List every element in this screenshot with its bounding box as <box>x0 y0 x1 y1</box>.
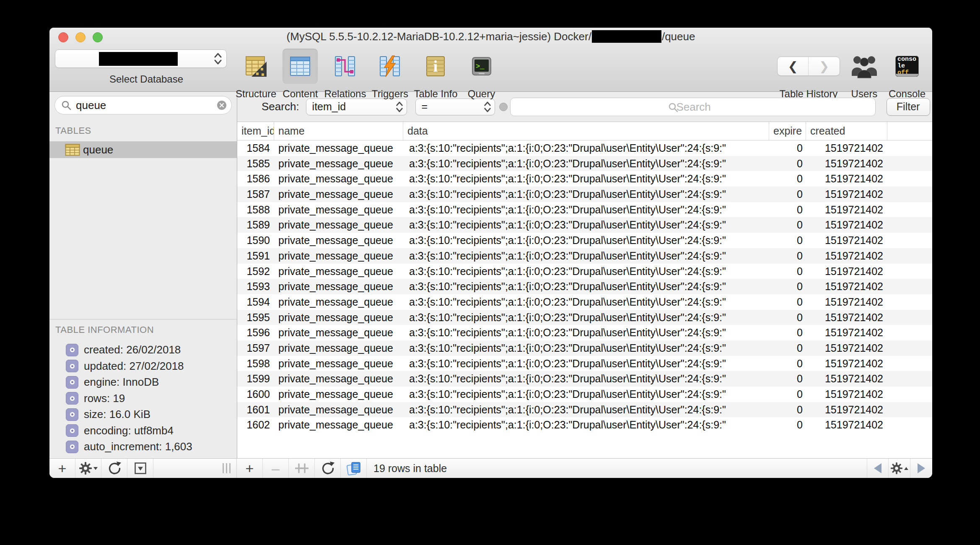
add-table-button[interactable]: + <box>49 459 75 478</box>
table-row[interactable]: 1585private_message_queuea:3:{s:10:"reci… <box>237 156 932 171</box>
zoom-window-button[interactable] <box>93 32 103 42</box>
filter-button[interactable]: Filter <box>887 98 930 116</box>
cell-data[interactable]: a:3:{s:10:"recipients";a:1:{i:0;O:23:"Dr… <box>403 279 769 294</box>
table-row[interactable]: 1596private_message_queuea:3:{s:10:"reci… <box>237 325 932 340</box>
filter-field-dropdown[interactable]: item_id <box>306 99 407 115</box>
cell-item_id[interactable]: 1589 <box>237 217 274 233</box>
cell-created[interactable]: 1519721402 <box>806 294 887 310</box>
cell-expire[interactable]: 0 <box>769 171 806 187</box>
cell-data[interactable]: a:3:{s:10:"recipients";a:1:{i:0;O:23:"Dr… <box>403 233 769 248</box>
filter-operator-dropdown[interactable]: = <box>415 99 495 115</box>
cell-item_id[interactable]: 1598 <box>237 356 274 371</box>
column-header-created[interactable]: created <box>806 122 887 140</box>
delete-row-button[interactable]: – <box>263 459 289 478</box>
cell-name[interactable]: private_message_queue <box>274 356 403 371</box>
cell-data[interactable]: a:3:{s:10:"recipients";a:1:{i:0;O:23:"Dr… <box>403 248 769 264</box>
sidebar-item-queue[interactable]: queue <box>49 141 237 158</box>
cell-name[interactable]: private_message_queue <box>274 217 403 233</box>
cell-data[interactable]: a:3:{s:10:"recipients";a:1:{i:0;O:23:"Dr… <box>403 417 769 433</box>
cell-item_id[interactable]: 1586 <box>237 171 274 187</box>
cell-name[interactable]: private_message_queue <box>274 171 403 187</box>
cell-data[interactable]: a:3:{s:10:"recipients";a:1:{i:0;O:23:"Dr… <box>403 310 769 325</box>
cell-created[interactable]: 1519721402 <box>806 279 887 294</box>
cell-name[interactable]: private_message_queue <box>274 233 403 248</box>
cell-expire[interactable]: 0 <box>769 156 806 171</box>
table-row[interactable]: 1599private_message_queuea:3:{s:10:"reci… <box>237 371 932 387</box>
table-row[interactable]: 1589private_message_queuea:3:{s:10:"reci… <box>237 217 932 233</box>
cell-created[interactable]: 1519721402 <box>806 233 887 248</box>
cell-name[interactable]: private_message_queue <box>274 187 403 202</box>
table-filter-field[interactable] <box>54 96 232 114</box>
cell-created[interactable]: 1519721402 <box>806 264 887 279</box>
cell-data[interactable]: a:3:{s:10:"recipients";a:1:{i:0;O:23:"Dr… <box>403 187 769 202</box>
column-header-item-id[interactable]: item_id <box>237 122 274 140</box>
cell-name[interactable]: private_message_queue <box>274 156 403 171</box>
cell-created[interactable]: 1519721402 <box>806 171 887 187</box>
cell-name[interactable]: private_message_queue <box>274 248 403 264</box>
previous-page-button[interactable] <box>867 459 889 478</box>
cell-expire[interactable]: 0 <box>769 248 806 264</box>
users-tool[interactable]: Users <box>851 49 878 100</box>
tab-table-info[interactable]: i Table Info <box>414 49 457 100</box>
table-row[interactable]: 1590private_message_queuea:3:{s:10:"reci… <box>237 233 932 248</box>
titlebar[interactable]: (MySQL 5.5.5-10.2.12-MariaDB-10.2.12+mar… <box>49 28 932 47</box>
tab-triggers[interactable]: Triggers <box>371 49 408 100</box>
cell-created[interactable]: 1519721402 <box>806 156 887 171</box>
cell-item_id[interactable]: 1594 <box>237 294 274 310</box>
cell-item_id[interactable]: 1593 <box>237 279 274 294</box>
cell-expire[interactable]: 0 <box>769 187 806 202</box>
tab-structure[interactable]: Structure <box>236 49 276 100</box>
table-actions-button[interactable] <box>75 459 101 478</box>
column-header-data[interactable]: data <box>403 122 769 140</box>
cell-data[interactable]: a:3:{s:10:"recipients";a:1:{i:0;O:23:"Dr… <box>403 140 769 156</box>
cell-expire[interactable]: 0 <box>769 387 806 402</box>
cell-created[interactable]: 1519721402 <box>806 187 887 202</box>
cell-item_id[interactable]: 1599 <box>237 371 274 387</box>
cell-expire[interactable]: 0 <box>769 356 806 371</box>
cell-name[interactable]: private_message_queue <box>274 294 403 310</box>
cell-expire[interactable]: 0 <box>769 325 806 340</box>
column-header-name[interactable]: name <box>274 122 403 140</box>
cell-created[interactable]: 1519721402 <box>806 417 887 433</box>
select-database-dropdown[interactable] <box>55 49 227 68</box>
cell-name[interactable]: private_message_queue <box>274 325 403 340</box>
table-filter-input[interactable] <box>76 99 216 112</box>
cell-data[interactable]: a:3:{s:10:"recipients";a:1:{i:0;O:23:"Dr… <box>403 371 769 387</box>
cell-name[interactable]: private_message_queue <box>274 340 403 356</box>
cell-created[interactable]: 1519721402 <box>806 340 887 356</box>
column-header-expire[interactable]: expire <box>769 122 806 140</box>
cell-name[interactable]: private_message_queue <box>274 402 403 418</box>
cell-item_id[interactable]: 1597 <box>237 340 274 356</box>
cell-name[interactable]: private_message_queue <box>274 387 403 402</box>
tab-content[interactable]: Content <box>282 49 319 100</box>
cell-data[interactable]: a:3:{s:10:"recipients";a:1:{i:0;O:23:"Dr… <box>403 156 769 171</box>
cell-name[interactable]: private_message_queue <box>274 310 403 325</box>
cell-name[interactable]: private_message_queue <box>274 371 403 387</box>
pane-resize-grip[interactable] <box>223 459 231 478</box>
cell-data[interactable]: a:3:{s:10:"recipients";a:1:{i:0;O:23:"Dr… <box>403 202 769 218</box>
cell-name[interactable]: private_message_queue <box>274 202 403 218</box>
cell-expire[interactable]: 0 <box>769 402 806 418</box>
table-row[interactable]: 1584private_message_queuea:3:{s:10:"reci… <box>237 140 932 156</box>
cell-created[interactable]: 1519721402 <box>806 140 887 156</box>
cell-data[interactable]: a:3:{s:10:"recipients";a:1:{i:0;O:23:"Dr… <box>403 171 769 187</box>
add-row-button[interactable]: + <box>237 459 263 478</box>
cell-created[interactable]: 1519721402 <box>806 325 887 340</box>
cell-item_id[interactable]: 1590 <box>237 233 274 248</box>
cell-data[interactable]: a:3:{s:10:"recipients";a:1:{i:0;O:23:"Dr… <box>403 325 769 340</box>
history-back-button[interactable]: ❮ <box>778 57 809 75</box>
cell-data[interactable]: a:3:{s:10:"recipients";a:1:{i:0;O:23:"Dr… <box>403 294 769 310</box>
table-row[interactable]: 1593private_message_queuea:3:{s:10:"reci… <box>237 279 932 294</box>
table-row[interactable]: 1598private_message_queuea:3:{s:10:"reci… <box>237 356 932 371</box>
cell-item_id[interactable]: 1602 <box>237 417 274 433</box>
cell-expire[interactable]: 0 <box>769 417 806 433</box>
cell-created[interactable]: 1519721402 <box>806 387 887 402</box>
cell-item_id[interactable]: 1591 <box>237 248 274 264</box>
table-row[interactable]: 1602private_message_queuea:3:{s:10:"reci… <box>237 417 932 433</box>
cell-expire[interactable]: 0 <box>769 279 806 294</box>
show-console-button[interactable] <box>127 459 153 478</box>
cell-item_id[interactable]: 1595 <box>237 310 274 325</box>
cell-expire[interactable]: 0 <box>769 233 806 248</box>
table-row[interactable]: 1588private_message_queuea:3:{s:10:"reci… <box>237 202 932 218</box>
table-row[interactable]: 1600private_message_queuea:3:{s:10:"reci… <box>237 387 932 402</box>
